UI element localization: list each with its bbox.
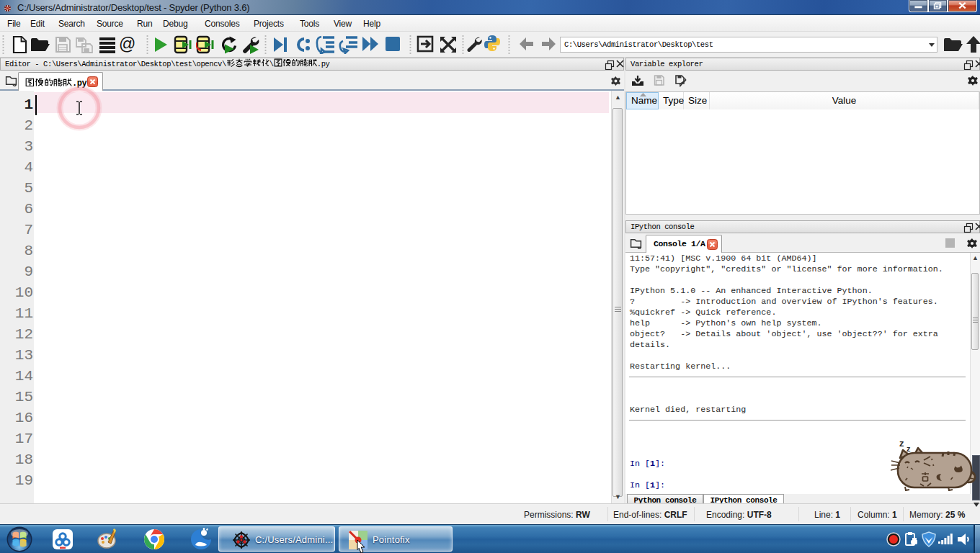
svg-text:z: z: [899, 438, 904, 449]
svg-text:z: z: [906, 444, 911, 453]
